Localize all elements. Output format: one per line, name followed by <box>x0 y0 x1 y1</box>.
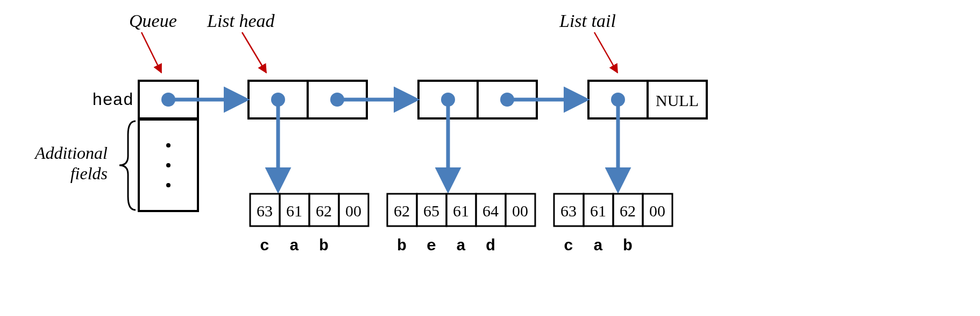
byte-cell: 00 <box>649 202 665 220</box>
byte-array-3: 63 61 62 00 c a b <box>554 194 672 255</box>
byte-cell: 63 <box>560 202 577 220</box>
ellipsis-dot <box>166 143 171 148</box>
byte-cell: 62 <box>316 202 332 220</box>
red-arrow-list-tail <box>594 32 617 73</box>
list-head-label: List head <box>207 11 275 31</box>
brace-icon <box>119 121 136 210</box>
char-label: a <box>593 237 603 255</box>
list-tail-label: List tail <box>559 11 616 31</box>
byte-array-1: 63 61 62 00 c a b <box>250 194 368 255</box>
char-label: e <box>427 237 436 255</box>
red-arrow-list-head <box>242 32 266 73</box>
char-label: b <box>319 237 329 255</box>
char-label: a <box>289 237 299 255</box>
byte-cell: 61 <box>590 202 606 220</box>
char-label: a <box>456 237 466 255</box>
queue-label: Queue <box>129 11 177 31</box>
byte-array-2: 62 65 61 64 00 b e a d <box>387 194 535 255</box>
byte-cell: 64 <box>482 202 499 220</box>
diagram: Queue List head List tail head Additiona… <box>0 0 980 316</box>
byte-cell: 62 <box>620 202 636 220</box>
ellipsis-dot <box>166 183 171 187</box>
null-label: NULL <box>656 92 699 109</box>
additional-fields-label-1: Additional <box>34 143 108 163</box>
char-label: b <box>397 237 407 255</box>
char-label: d <box>486 237 495 255</box>
byte-cell: 63 <box>257 202 273 220</box>
byte-cell: 62 <box>394 202 410 220</box>
red-arrow-queue <box>141 32 161 73</box>
char-label: c <box>564 237 573 255</box>
char-label: b <box>623 237 633 255</box>
byte-cell: 61 <box>286 202 302 220</box>
head-field-label: head <box>92 90 133 110</box>
additional-fields-label-2: fields <box>70 164 108 183</box>
char-label: c <box>260 237 269 255</box>
byte-cell: 00 <box>512 202 528 220</box>
ellipsis-dot <box>166 163 171 167</box>
byte-cell: 65 <box>423 202 439 220</box>
byte-cell: 61 <box>453 202 469 220</box>
byte-cell: 00 <box>345 202 361 220</box>
